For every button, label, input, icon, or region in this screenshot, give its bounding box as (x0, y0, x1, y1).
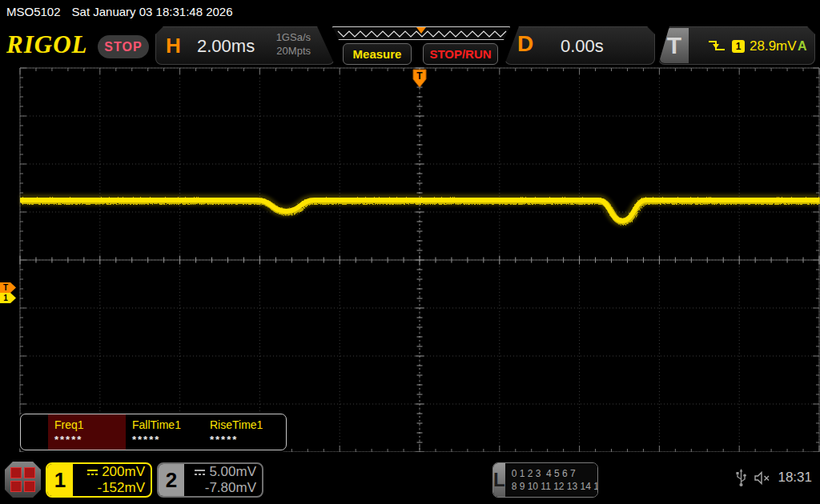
trigger-source-badge: 1 (732, 40, 745, 53)
usb-icon (735, 468, 747, 487)
trigger-label: T (660, 28, 689, 63)
sample-rate: 1GSa/s (276, 31, 311, 45)
measure-button[interactable]: Measure (343, 43, 412, 65)
channel-1-badge[interactable]: 1 200mV -152mV (46, 462, 152, 498)
datetime-text: Sat January 03 18:31:48 2026 (72, 5, 233, 18)
stop-run-button[interactable]: STOP/RUN (423, 43, 498, 65)
measurement-value: ***** (54, 434, 126, 446)
measurement-label: RiseTime1 (210, 418, 281, 431)
channel-2-scale: 5.00mV (209, 464, 256, 480)
apps-grid-icon (24, 481, 35, 492)
channel-1-scale: 200mV (102, 464, 145, 480)
trigger-panel[interactable]: T 1 28.9mV A (658, 26, 815, 65)
falling-edge-icon (708, 39, 726, 52)
logic-channels-row2: 8 9 10 11 12 13 14 15 (512, 480, 598, 493)
measurement-value: ***** (132, 434, 203, 446)
timebase-value: 2.00ms (197, 36, 255, 57)
measurement-value: ***** (210, 434, 281, 446)
measurement-panel[interactable]: Freq1 ***** FallTime1 ***** RiseTime1 **… (20, 414, 287, 450)
trigger-level-marker[interactable]: T (0, 282, 16, 293)
logic-analyzer-badge[interactable]: L 0 1 2 3 4 5 6 7 8 9 10 11 12 13 14 15 (492, 462, 598, 498)
memory-waveform-strip[interactable] (332, 26, 510, 40)
measurement-label: Freq1 (54, 418, 126, 431)
clock-text: 18:31 (778, 470, 812, 486)
sound-muted-icon[interactable] (754, 471, 771, 485)
memory-trigger-position-icon (416, 27, 426, 34)
dc-coupling-icon (194, 469, 206, 476)
dc-coupling-icon (86, 469, 98, 476)
channel-1-offset: -152mV (97, 480, 145, 496)
delay-panel[interactable]: D 0.00s (504, 26, 655, 65)
measurement-item-falltime1[interactable]: FallTime1 ***** (126, 414, 203, 450)
channel-1-ground-marker[interactable]: 1 (0, 293, 16, 303)
model-name: MSO5102 (6, 5, 61, 18)
ch1-waveform (20, 200, 819, 221)
trigger-position-letter: T (416, 70, 423, 82)
measurement-item-risetime1[interactable]: RiseTime1 ***** (203, 414, 281, 450)
apps-grid-icon (10, 467, 22, 478)
bottom-status-bar: 1 200mV -152mV 2 5.00mV -7.80mV (0, 452, 820, 504)
header-bar: RIGOL STOP H 2.00ms 1GSa/s 20Mpts Measur… (0, 22, 820, 67)
top-status-bar: MSO5102 Sat January 03 18:31:48 2026 (0, 0, 820, 22)
delay-label: D (517, 31, 533, 57)
logic-channels-row1: 0 1 2 3 4 5 6 7 (512, 467, 598, 480)
channel-1-number: 1 (47, 464, 73, 496)
trigger-position-marker[interactable]: T (413, 70, 426, 87)
trigger-level-value: 28.9mV (750, 38, 797, 54)
trigger-level-letter: T (3, 283, 8, 292)
apps-menu-button[interactable] (5, 462, 41, 498)
measurement-item-freq1[interactable]: Freq1 ***** (48, 414, 126, 450)
channel-2-badge[interactable]: 2 5.00mV -7.80mV (157, 462, 263, 498)
apps-grid-icon (24, 467, 35, 478)
sample-rate-block: 1GSa/s 20Mpts (276, 31, 311, 58)
memory-depth: 20Mpts (276, 45, 311, 58)
measurement-label: FallTime1 (132, 418, 203, 431)
channel-2-offset: -7.80mV (205, 480, 256, 496)
rigol-logo: RIGOL (6, 30, 87, 59)
channel-2-number: 2 (159, 464, 184, 496)
logic-analyzer-label: L (493, 463, 505, 497)
acquisition-status-badge[interactable]: STOP (98, 35, 149, 58)
horizontal-panel[interactable]: H 2.00ms 1GSa/s 20Mpts (155, 26, 335, 65)
horizontal-label: H (166, 34, 181, 58)
grid-lines (20, 68, 819, 452)
channel-1-marker-number: 1 (3, 294, 8, 302)
apps-grid-icon (10, 481, 22, 492)
graticule: T T 1 (0, 67, 820, 453)
delay-value: 0.00s (561, 36, 604, 57)
trigger-mode: A (798, 39, 807, 54)
